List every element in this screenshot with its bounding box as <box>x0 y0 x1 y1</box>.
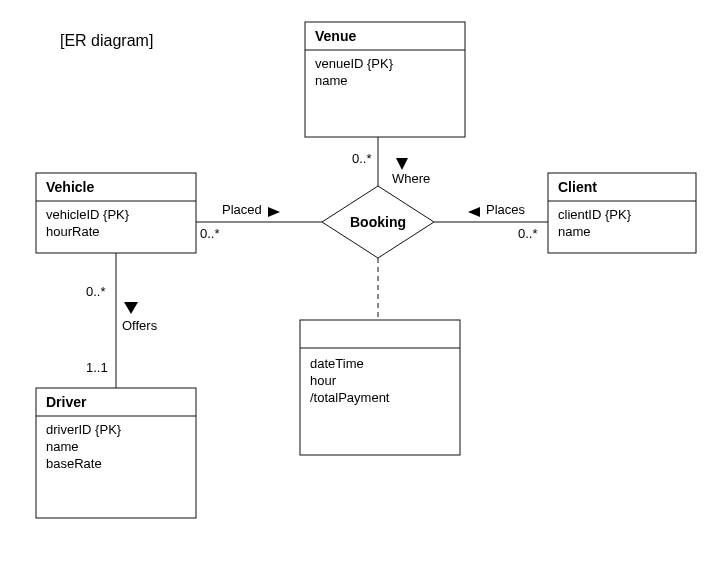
entity-client-attr-0: clientID {PK} <box>558 207 632 222</box>
link-client-booking: Places 0..* <box>434 202 548 241</box>
label-where: Where <box>392 171 430 186</box>
booking-attr-2: /totalPayment <box>310 390 390 405</box>
relationship-booking: Booking <box>322 186 434 258</box>
entity-vehicle-attr-1: hourRate <box>46 224 99 239</box>
link-vehicle-booking: Placed 0..* <box>196 202 322 241</box>
entity-client-attr-1: name <box>558 224 591 239</box>
mult-vehicle: 0..* <box>200 226 220 241</box>
mult-venue: 0..* <box>352 151 372 166</box>
mult-client: 0..* <box>518 226 538 241</box>
entity-driver-name: Driver <box>46 394 87 410</box>
link-vehicle-driver: 0..* Offers 1..1 <box>86 253 158 388</box>
entity-driver-attr-2: baseRate <box>46 456 102 471</box>
relationship-booking-name: Booking <box>350 214 406 230</box>
link-venue-booking: 0..* Where <box>352 137 430 186</box>
er-diagram: [ER diagram] Venue venueID {PK} name Veh… <box>0 0 728 562</box>
entity-venue-attr-0: venueID {PK} <box>315 56 394 71</box>
entity-driver: Driver driverID {PK} name baseRate <box>36 388 196 518</box>
arrow-left-icon <box>468 207 480 217</box>
entity-client: Client clientID {PK} name <box>548 173 696 253</box>
booking-attr-0: dateTime <box>310 356 364 371</box>
booking-attr-1: hour <box>310 373 337 388</box>
entity-client-name: Client <box>558 179 597 195</box>
entity-booking-attrs: dateTime hour /totalPayment <box>300 320 460 455</box>
arrow-up-icon-offers <box>124 302 138 314</box>
entity-vehicle: Vehicle vehicleID {PK} hourRate <box>36 173 196 253</box>
entity-driver-attr-0: driverID {PK} <box>46 422 122 437</box>
entity-venue-name: Venue <box>315 28 356 44</box>
label-placed: Placed <box>222 202 262 217</box>
label-places: Places <box>486 202 526 217</box>
entity-driver-attr-1: name <box>46 439 79 454</box>
entity-venue: Venue venueID {PK} name <box>305 22 465 137</box>
mult-offers-top: 0..* <box>86 284 106 299</box>
diagram-title: [ER diagram] <box>60 32 153 49</box>
label-offers: Offers <box>122 318 158 333</box>
mult-offers-bottom: 1..1 <box>86 360 108 375</box>
arrow-up-icon <box>396 158 408 170</box>
entity-vehicle-name: Vehicle <box>46 179 94 195</box>
arrow-right-icon <box>268 207 280 217</box>
entity-venue-attr-1: name <box>315 73 348 88</box>
entity-vehicle-attr-0: vehicleID {PK} <box>46 207 130 222</box>
